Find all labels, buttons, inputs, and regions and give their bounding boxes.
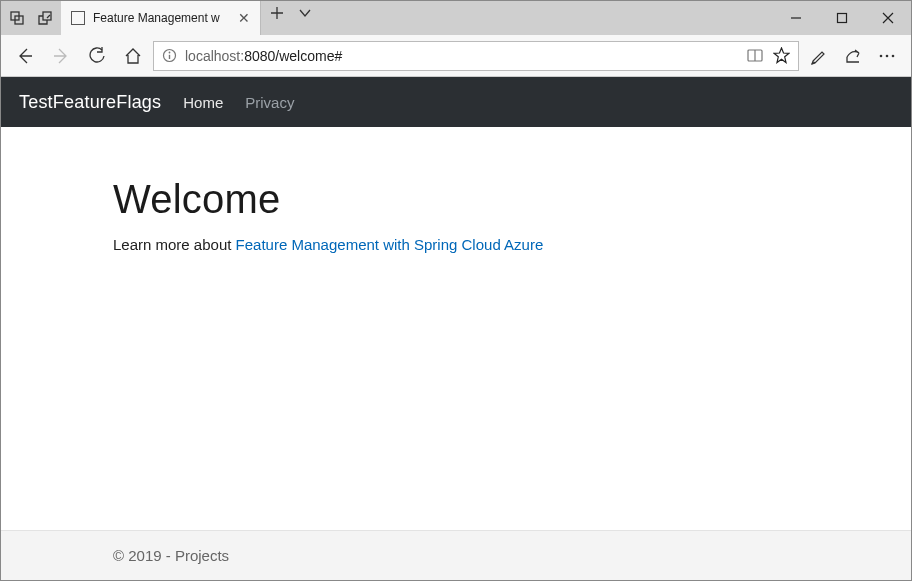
window-titlebar: Feature Management w ✕ [1,1,911,35]
show-tabs-icon[interactable] [33,6,57,30]
toolbar-right [803,40,903,72]
new-tab-button[interactable] [265,1,289,25]
url-host: localhost: [185,48,244,64]
url-path: 8080/welcome# [244,48,342,64]
svg-point-5 [169,52,171,54]
refresh-button[interactable] [81,40,113,72]
reading-view-icon[interactable] [747,48,763,64]
browser-toolbar: localhost:8080/welcome# [1,35,911,77]
close-window-button[interactable] [865,1,911,35]
back-button[interactable] [9,40,41,72]
share-icon[interactable] [837,40,869,72]
browser-tab[interactable]: Feature Management w ✕ [61,1,261,35]
tab-title: Feature Management w [93,11,220,25]
page-viewport: TestFeatureFlags Home Privacy Welcome Le… [1,77,911,580]
url-text: localhost:8080/welcome# [185,48,342,64]
site-footer: © 2019 - Projects [1,530,911,580]
address-bar-right [747,47,790,64]
forward-button[interactable] [45,40,77,72]
nav-link-home[interactable]: Home [183,94,223,111]
svg-rect-3 [838,14,847,23]
brand-title[interactable]: TestFeatureFlags [19,92,161,113]
tab-actions-button[interactable] [293,1,317,25]
minimize-button[interactable] [773,1,819,35]
maximize-button[interactable] [819,1,865,35]
site-navbar: TestFeatureFlags Home Privacy [1,77,911,127]
notes-icon[interactable] [803,40,835,72]
svg-point-8 [886,54,889,57]
page-heading: Welcome [113,177,911,222]
set-aside-tabs-icon[interactable] [5,6,29,30]
lead-paragraph: Learn more about Feature Management with… [113,236,911,253]
svg-point-9 [892,54,895,57]
svg-point-7 [880,54,883,57]
tab-close-button[interactable]: ✕ [238,10,250,26]
nav-link-privacy[interactable]: Privacy [245,94,294,111]
page-body: Welcome Learn more about Feature Managem… [1,127,911,530]
titlebar-left-controls [1,1,61,35]
site-info-icon[interactable] [162,48,177,63]
more-menu-icon[interactable] [871,40,903,72]
address-bar[interactable]: localhost:8080/welcome# [153,41,799,71]
lead-text: Learn more about [113,236,236,253]
home-button[interactable] [117,40,149,72]
window-controls [773,1,911,35]
feature-management-link[interactable]: Feature Management with Spring Cloud Azu… [236,236,544,253]
page-icon [71,11,85,25]
footer-text: © 2019 - Projects [113,547,229,564]
favorites-star-icon[interactable] [773,47,790,64]
